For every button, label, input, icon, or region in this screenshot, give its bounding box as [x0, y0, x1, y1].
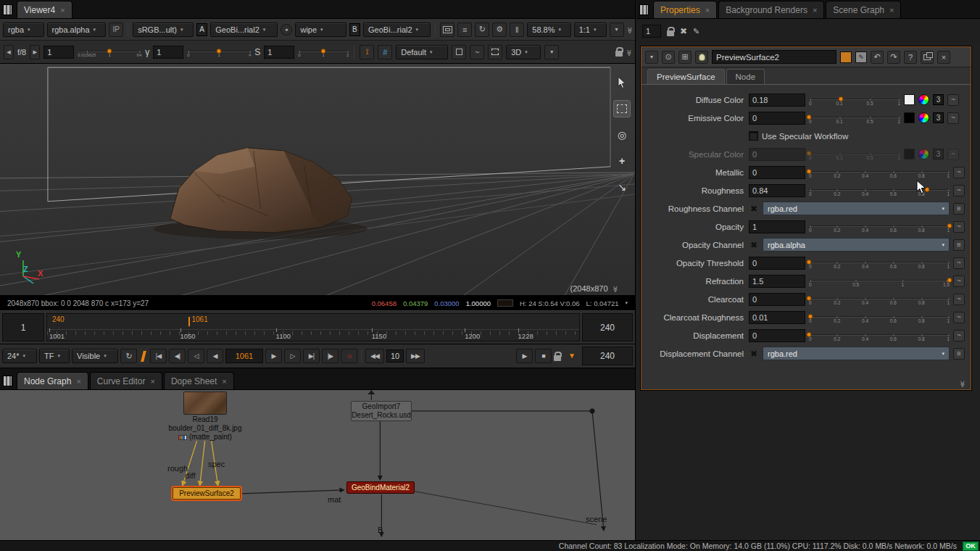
emissive-color-slider[interactable]: 00.10.51: [809, 111, 900, 125]
specular-color-colorwheel-button[interactable]: [918, 149, 929, 160]
roughness-input[interactable]: 0.84: [749, 184, 805, 197]
chevron-down-icon[interactable]: ▾: [625, 300, 628, 306]
close-all-panels-icon[interactable]: ✖: [680, 26, 687, 36]
a-buffer-dropdown[interactable]: GeoBi...rial2▾: [210, 22, 278, 37]
opacity-channel-dropdown[interactable]: rgba.alpha▾: [763, 238, 950, 252]
opacity-slider[interactable]: 00.20.40.60.81: [809, 220, 950, 234]
pane-layout-icon[interactable]: [3, 4, 12, 15]
camera-dropdown-caret[interactable]: ▾: [544, 45, 559, 59]
marquee-tool-icon[interactable]: [613, 100, 631, 117]
node-name-field[interactable]: PreviewSurface2: [712, 50, 836, 64]
displacement-channel-dropdown[interactable]: rgba.red▾: [763, 347, 950, 360]
next-keyframe-button[interactable]: ▶|: [303, 349, 320, 363]
lock-range-icon[interactable]: [554, 355, 561, 361]
diffuse-color-swatch[interactable]: [904, 94, 915, 105]
close-icon[interactable]: ×: [705, 6, 710, 14]
diffuse-color-curve-button[interactable]: ~: [947, 94, 959, 106]
gain-slider[interactable]: 0.015625164: [78, 45, 141, 59]
curves-icon[interactable]: ~: [470, 45, 484, 59]
lock-panels-icon[interactable]: [667, 30, 674, 36]
visible-dropdown[interactable]: Visible▾: [72, 349, 118, 363]
opacity-curve-button[interactable]: ~: [953, 221, 965, 233]
refresh-icon[interactable]: ↻: [475, 22, 489, 37]
clearcoat-roughness-curve-button[interactable]: ~: [953, 312, 965, 323]
use-specular-workflow-checkbox[interactable]: [749, 131, 758, 141]
frame-step-field[interactable]: 10: [386, 349, 404, 362]
flipbook-play-button[interactable]: ▶: [516, 349, 533, 363]
node-geoimport7[interactable]: GeoImport7 Desert_Rocks.usd: [351, 401, 412, 421]
clearcoat-roughness-input[interactable]: 0.01: [749, 311, 805, 324]
b-buffer-label[interactable]: B: [349, 23, 361, 36]
view-mode-dropdown[interactable]: 3D▾: [506, 45, 541, 59]
channels-dropdown[interactable]: rgba▾: [3, 22, 44, 37]
selection-mode-icon[interactable]: [488, 45, 502, 59]
metallic-curve-button[interactable]: ~: [953, 167, 965, 178]
roughness-channel-menu-button[interactable]: ≡: [953, 203, 965, 215]
diffuse-color-colorwheel-button[interactable]: [918, 94, 929, 105]
tab-dope-sheet[interactable]: Dope Sheet ×: [164, 372, 234, 389]
emissive-color-colorwheel-button[interactable]: [918, 112, 929, 123]
bulb-icon[interactable]: [695, 51, 708, 64]
emissive-color-swatch[interactable]: [904, 112, 915, 123]
saturation-slider[interactable]: 012: [298, 45, 349, 59]
edit-pencil-icon[interactable]: ✎: [693, 27, 699, 36]
scale-tool-icon[interactable]: ↘: [613, 178, 631, 196]
panel-scroll-chevron[interactable]: ≫: [958, 381, 966, 386]
input-process-toggle[interactable]: IP: [109, 22, 123, 37]
specular-color-swatch[interactable]: [904, 149, 915, 160]
overlay-chevron-icon[interactable]: ≫: [611, 286, 618, 291]
viewer-process-dropdown[interactable]: Default▾: [396, 45, 448, 59]
node-previewsurface2[interactable]: PreviewSurface2: [173, 487, 241, 500]
go-to-end-button[interactable]: |▶: [322, 349, 339, 363]
tab-node-graph[interactable]: Node Graph ×: [17, 372, 88, 389]
emissive-color-curve-button[interactable]: ~: [947, 112, 959, 124]
close-icon[interactable]: ×: [222, 377, 226, 386]
tab-properties[interactable]: Properties ×: [653, 1, 717, 18]
skip-forward-button[interactable]: ▶▶: [406, 349, 425, 363]
roughness-channel-enable-checkbox[interactable]: ✖: [749, 204, 759, 214]
viewer-menu-caret[interactable]: ▾: [610, 22, 624, 37]
lut-cube-icon[interactable]: [452, 45, 466, 59]
pane-layout-icon[interactable]: [3, 376, 12, 386]
fstop-increase-button[interactable]: ▸: [30, 45, 40, 59]
a-buffer-label[interactable]: A: [196, 23, 208, 36]
node-geobindmaterial2[interactable]: GeoBindMaterial2: [346, 481, 415, 494]
manage-knobs-icon[interactable]: ⊞: [678, 51, 692, 64]
select-tool-icon[interactable]: [613, 74, 631, 91]
emissive-color-channels-button[interactable]: 3: [933, 112, 944, 123]
timeline-ruler[interactable]: 240 1061 100110501100115012001228: [46, 313, 580, 341]
tab-previewsurface[interactable]: PreviewSurface: [647, 69, 725, 84]
lock-view-icon[interactable]: [615, 51, 623, 57]
current-frame-field[interactable]: 1061: [225, 349, 263, 363]
close-panel-icon[interactable]: ×: [937, 51, 950, 64]
metallic-slider[interactable]: 00.20.40.60.81: [809, 165, 950, 180]
playback-mode-icon[interactable]: ↻: [120, 349, 137, 363]
displacement-slider[interactable]: 00.20.40.60.81: [809, 328, 950, 343]
refraction-slider[interactable]: 00.511.5: [809, 274, 950, 289]
opacity-channel-menu-button[interactable]: ≡: [953, 239, 965, 251]
gamma-input[interactable]: 1: [153, 46, 183, 59]
metallic-input[interactable]: 0: [749, 166, 805, 179]
pause-renders-icon[interactable]: ‖: [510, 22, 524, 37]
opacity-threshold-input[interactable]: 0: [749, 257, 805, 270]
settings-gear-icon[interactable]: ⚙: [492, 22, 507, 37]
collapse-toolbar-icon[interactable]: ≫: [625, 49, 632, 54]
collapse-panel-caret[interactable]: ▾: [645, 51, 658, 64]
saturation-input[interactable]: 1: [264, 46, 294, 59]
layout-list-icon[interactable]: ≡: [457, 22, 472, 37]
refraction-curve-button[interactable]: ~: [953, 276, 965, 287]
guides-icon[interactable]: #: [378, 45, 392, 59]
opacity-input[interactable]: 1: [749, 220, 805, 233]
colorspace-dropdown[interactable]: sRGB...ult)▾: [133, 22, 194, 37]
tab-background-renders[interactable]: Background Renders ×: [718, 1, 824, 18]
gl-color-swatch[interactable]: ✎: [855, 51, 867, 63]
help-icon[interactable]: ?: [904, 51, 917, 64]
timeline-start-field[interactable]: 1: [2, 313, 44, 341]
play-button[interactable]: ▶: [265, 349, 282, 363]
roughness-slider[interactable]: 00.20.40.60.81: [809, 183, 950, 198]
rotate-tool-icon[interactable]: ◎: [613, 126, 631, 144]
gain-input[interactable]: 1: [43, 46, 74, 59]
refraction-input[interactable]: 1.5: [749, 275, 805, 288]
displacement-channel-enable-checkbox[interactable]: ✖: [749, 349, 759, 359]
emissive-color-input[interactable]: 0: [749, 112, 805, 125]
